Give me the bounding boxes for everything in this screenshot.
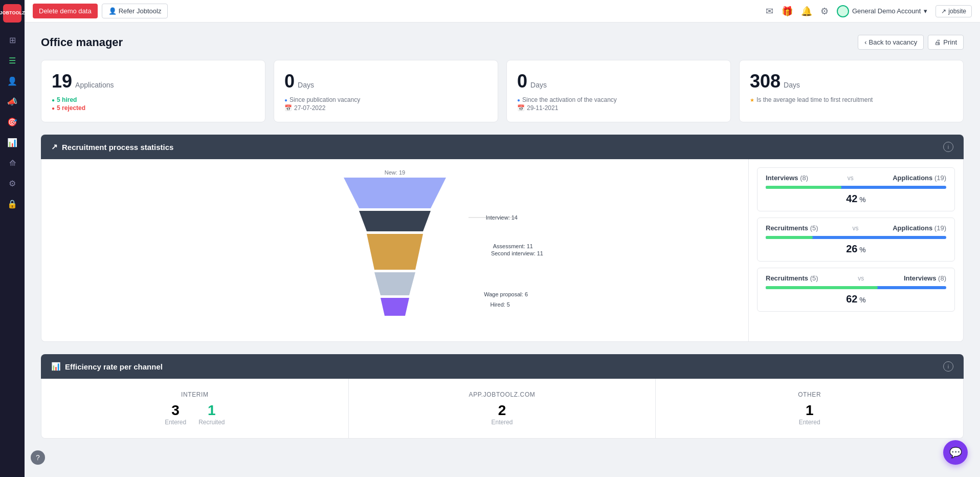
svg-marker-1 (359, 211, 431, 231)
hired-detail: ● 5 hired (52, 96, 255, 103)
wage-label: Wage proposal: 6 (484, 291, 528, 297)
act-description: Since the activation of the vacancy (522, 96, 617, 103)
funnel-new-label: New: 19 (385, 169, 405, 176)
refer-button[interactable]: 👤 Refer Jobtoolz (102, 4, 168, 18)
page-header: Office manager ‹ Back to vacancy 🖨 Print (41, 35, 964, 50)
red-dot-icon: ● (52, 105, 55, 111)
channel-app: APP.JOBTOOLZ.COM 2 Entered (349, 379, 656, 438)
days-pub-label: Days (298, 81, 314, 89)
recruitment-section-header: ↗ Recruitment process statistics i (41, 135, 964, 159)
svg-marker-4 (381, 298, 409, 316)
gift-icon[interactable]: 🎁 (782, 6, 793, 17)
sidebar-item-dashboard[interactable]: ⊞ (3, 31, 21, 49)
delete-demo-button[interactable]: Delete demo data (33, 4, 98, 18)
interim-recruited: 1 Recruited (198, 402, 225, 426)
channel-interim: INTERIM 3 Entered 1 Recruited (41, 379, 349, 438)
star-icon: ★ (750, 97, 754, 103)
percent-3: 62 % (766, 293, 946, 305)
vs-label-2: vs (852, 225, 858, 232)
recruitments-vs-interviews-panel: Recruitments (5) vs Interviews (8) (757, 268, 955, 312)
efficiency-section-header: 📊 Efficiency rate per channel i (41, 354, 964, 379)
sidebar-item-target[interactable]: 🎯 (3, 113, 21, 131)
avatar (837, 5, 849, 17)
progress-fg-1 (766, 186, 841, 189)
blue-dot2-icon: ● (517, 97, 520, 103)
sidebar: JOBTOOLZ ⊞ ☰ 👤 📣 🎯 📊 ⟰ ⚙ 🔒 (0, 0, 25, 477)
percent-2: 26 % (766, 243, 946, 255)
applications-number: 19 (52, 71, 72, 92)
sidebar-item-list[interactable]: ☰ (3, 51, 21, 70)
applications-label: Applications (75, 81, 114, 89)
printer-icon: 🖨 (934, 38, 941, 46)
green-dot-icon: ● (52, 97, 55, 103)
sidebar-item-megaphone[interactable]: 📣 (3, 92, 21, 111)
funnel-svg (313, 178, 477, 331)
days-act-label: Days (530, 81, 547, 89)
svg-marker-0 (344, 178, 446, 208)
topbar-actions: Delete demo data 👤 Refer Jobtoolz (33, 4, 168, 18)
sidebar-item-people[interactable]: 👤 (3, 72, 21, 90)
progress-fg-3 (766, 286, 878, 289)
vs-label-3: vs (858, 275, 864, 282)
channel-other: OTHER 1 Entered (656, 379, 963, 438)
app-entered-label: Entered (359, 419, 645, 426)
act-date-value: 29-11-2021 (527, 104, 558, 112)
share-icon: ↗ (51, 142, 58, 151)
blue-dot-icon: ● (284, 97, 287, 103)
days-activation-card: 0 Days ● Since the activation of the vac… (506, 60, 731, 122)
back-to-vacancy-button[interactable]: ‹ Back to vacancy (858, 35, 924, 50)
interim-entered: 3 Entered (165, 402, 186, 426)
help-button[interactable]: ? (31, 450, 45, 465)
chevron-left-icon: ‹ (864, 38, 866, 46)
recruitments-vs-applications-panel: Recruitments (5) vs Applications (19) (757, 218, 955, 262)
other-entered-label: Entered (666, 419, 953, 426)
app-entered: 2 Entered (359, 402, 645, 426)
percent-1: 42 % (766, 193, 946, 205)
act-date: 📅 29-11-2021 (517, 104, 720, 112)
other-name: OTHER (666, 391, 953, 398)
sidebar-item-layers[interactable]: ⟰ (3, 154, 21, 172)
page-title: Office manager (41, 36, 123, 49)
gear-icon[interactable]: ⚙ (820, 6, 829, 17)
progress-bar-2 (766, 236, 946, 239)
sidebar-item-settings[interactable]: ⚙ (3, 174, 21, 192)
interim-row: 3 Entered 1 Recruited (52, 402, 338, 426)
user-menu[interactable]: General Demo Account ▾ (837, 5, 927, 17)
user-name: General Demo Account (852, 7, 921, 15)
pub-date-value: 27-07-2022 (294, 104, 325, 112)
email-icon[interactable]: ✉ (766, 6, 773, 17)
interim-entered-label: Entered (165, 419, 186, 426)
interim-name: INTERIM (52, 391, 338, 398)
efficiency-info-icon[interactable]: i (943, 361, 953, 372)
efficiency-title: 📊 Efficiency rate per channel (51, 362, 163, 371)
progress-bar-3 (766, 286, 946, 289)
other-entered: 1 Entered (666, 402, 953, 426)
pub-sub1: ● Since publication vacancy (284, 96, 487, 103)
jobsite-button[interactable]: ↗ jobsite (936, 5, 972, 17)
app-logo[interactable]: JOBTOOLZ (3, 4, 21, 23)
bell-icon[interactable]: 🔔 (801, 6, 812, 17)
main-content: Office manager ‹ Back to vacancy 🖨 Print… (25, 23, 980, 477)
interim-entered-num: 3 (165, 402, 186, 419)
interviews-vs-applications-panel: Interviews (8) vs Applications (19) (757, 167, 955, 211)
topbar-right: ✉ 🎁 🔔 ⚙ General Demo Account ▾ ↗ jobsite (766, 5, 972, 17)
vs-label-1: vs (848, 175, 854, 182)
calendar-icon: 📅 (284, 104, 292, 112)
recruitment-info-icon[interactable]: i (943, 142, 953, 152)
funnel-chart: New: 19 Interview: (41, 159, 748, 341)
interview-line (515, 214, 515, 215)
pub-date: 📅 27-07-2022 (284, 104, 487, 112)
print-button[interactable]: 🖨 Print (928, 35, 964, 50)
calendar2-icon: 📅 (517, 104, 525, 112)
stats-panels: Interviews (8) vs Applications (19) (748, 159, 963, 341)
rejected-detail: ● 5 rejected (52, 104, 255, 112)
sidebar-item-chart[interactable]: 📊 (3, 133, 21, 151)
interviews-label: Interviews (8) (766, 174, 808, 182)
chat-button[interactable]: 💬 (943, 440, 968, 465)
person-plus-icon: 👤 (108, 7, 117, 15)
sidebar-item-lock[interactable]: 🔒 (3, 194, 21, 213)
days-act-number: 0 (517, 71, 527, 92)
app-entered-num: 2 (359, 402, 645, 419)
recruitments-label-2: Recruitments (5) (766, 224, 818, 232)
other-entered-num: 1 (666, 402, 953, 419)
